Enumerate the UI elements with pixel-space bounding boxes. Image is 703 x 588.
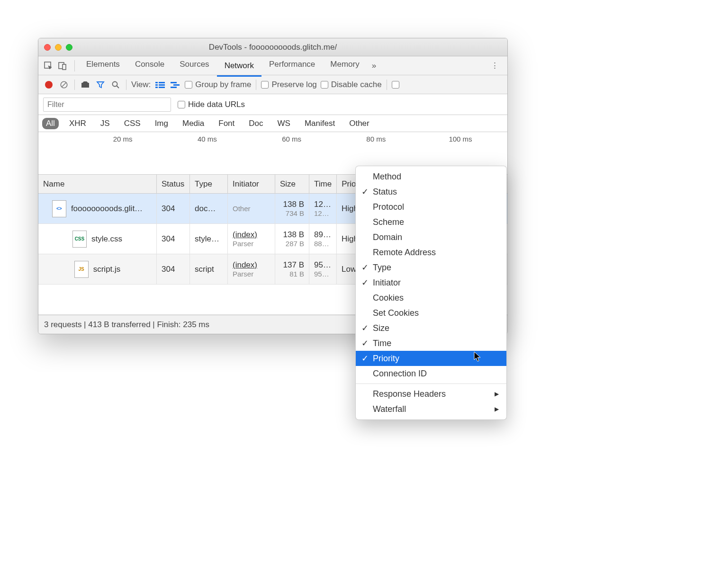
tab-performance[interactable]: Performance bbox=[261, 55, 323, 77]
column-time[interactable]: Time bbox=[309, 175, 337, 193]
filter-other[interactable]: Other bbox=[345, 118, 373, 129]
svg-rect-5 bbox=[81, 83, 89, 88]
filter-media[interactable]: Media bbox=[179, 118, 208, 129]
preserve-log-checkbox[interactable]: Preserve log bbox=[261, 80, 316, 89]
minimize-window-button[interactable] bbox=[55, 44, 62, 51]
menu-item-connection-id[interactable]: Connection ID bbox=[356, 366, 506, 372]
window-title: DevTools - fooooooooods.glitch.me/ bbox=[38, 43, 507, 52]
hide-data-urls-checkbox[interactable]: Hide data URLs bbox=[178, 100, 245, 109]
filter-input[interactable] bbox=[43, 98, 171, 112]
menu-item-initiator[interactable]: ✓Initiator bbox=[356, 275, 506, 290]
column-name[interactable]: Name bbox=[38, 175, 157, 193]
filter-xhr[interactable]: XHR bbox=[65, 118, 90, 129]
view-small-icon[interactable] bbox=[170, 79, 181, 90]
filter-img[interactable]: Img bbox=[151, 118, 172, 129]
menu-item-time[interactable]: ✓Time bbox=[356, 336, 506, 351]
menu-item-set-cookies[interactable]: Set Cookies bbox=[356, 305, 506, 321]
offline-checkbox-partial[interactable] bbox=[392, 81, 399, 89]
time-value: 95… bbox=[314, 260, 332, 270]
filter-ws[interactable]: WS bbox=[274, 118, 294, 129]
column-type[interactable]: Type bbox=[190, 175, 228, 193]
more-tabs-button[interactable]: » bbox=[367, 56, 381, 75]
size-value: 138 B bbox=[283, 200, 304, 209]
file-js-icon: JS bbox=[74, 261, 89, 278]
tab-network[interactable]: Network bbox=[217, 55, 261, 77]
tab-elements[interactable]: Elements bbox=[79, 55, 127, 77]
filter-js[interactable]: JS bbox=[97, 118, 114, 129]
check-icon: ✓ bbox=[361, 323, 369, 333]
titlebar: DevTools - fooooooooods.glitch.me/ bbox=[38, 38, 507, 56]
menu-label: Set Cookies bbox=[373, 308, 419, 318]
initiator-sub: Parser bbox=[233, 270, 270, 278]
time-sub: 95… bbox=[314, 270, 332, 278]
group-by-frame-checkbox[interactable]: Group by frame bbox=[185, 80, 251, 89]
separator bbox=[387, 80, 387, 90]
filter-manifest[interactable]: Manifest bbox=[301, 118, 339, 129]
toggle-device-icon[interactable] bbox=[56, 60, 69, 72]
svg-rect-9 bbox=[155, 82, 158, 83]
menu-label: Domain bbox=[373, 232, 402, 242]
filter-all[interactable]: All bbox=[42, 118, 59, 129]
record-button[interactable] bbox=[43, 79, 54, 90]
disable-cache-checkbox[interactable]: Disable cache bbox=[321, 80, 382, 89]
column-initiator[interactable]: Initiator bbox=[228, 175, 275, 193]
menu-item-priority[interactable]: ✓Priority bbox=[356, 351, 506, 366]
search-icon[interactable] bbox=[110, 79, 121, 90]
initiator-value: Other bbox=[233, 205, 270, 213]
size-value: 138 B bbox=[283, 230, 304, 240]
svg-rect-12 bbox=[159, 84, 165, 86]
check-icon: ✓ bbox=[361, 187, 369, 197]
filter-doc[interactable]: Doc bbox=[245, 118, 267, 129]
check-icon: ✓ bbox=[361, 353, 369, 364]
menu-item-status[interactable]: ✓Status bbox=[356, 184, 506, 199]
menu-label: Method bbox=[373, 172, 401, 182]
svg-rect-16 bbox=[173, 84, 180, 86]
time-sub: 88… bbox=[314, 240, 332, 248]
view-large-icon[interactable] bbox=[154, 79, 166, 90]
menu-item-type[interactable]: ✓Type bbox=[356, 260, 506, 275]
settings-menu-button[interactable]: ⋮ bbox=[486, 61, 504, 71]
time-value: 89… bbox=[314, 230, 332, 240]
type-value: doc… bbox=[195, 204, 223, 214]
initiator-value[interactable]: (index) bbox=[233, 230, 270, 240]
maximize-window-button[interactable] bbox=[66, 44, 72, 51]
menu-item-size[interactable]: ✓Size bbox=[356, 321, 506, 336]
network-toolbar: View: Group by frame Preserve log Disabl… bbox=[38, 75, 507, 94]
tab-memory[interactable]: Memory bbox=[323, 55, 367, 77]
close-window-button[interactable] bbox=[44, 44, 51, 51]
tab-console[interactable]: Console bbox=[127, 55, 172, 77]
menu-item-remote-address[interactable]: Remote Address bbox=[356, 245, 506, 260]
filter-font[interactable]: Font bbox=[215, 118, 238, 129]
menu-label: Type bbox=[373, 263, 391, 273]
inspect-element-icon[interactable] bbox=[42, 60, 54, 72]
filter-css[interactable]: CSS bbox=[120, 118, 144, 129]
check-icon: ✓ bbox=[361, 277, 369, 288]
menu-item-domain[interactable]: Domain bbox=[356, 230, 506, 245]
menu-item-method[interactable]: Method bbox=[356, 169, 506, 184]
svg-rect-10 bbox=[159, 82, 165, 83]
column-status[interactable]: Status bbox=[157, 175, 190, 193]
svg-rect-17 bbox=[171, 87, 177, 88]
timeline-tick: 60 ms bbox=[282, 135, 301, 143]
svg-rect-14 bbox=[159, 87, 165, 88]
filter-bar: Hide data URLs bbox=[38, 94, 507, 115]
capture-screenshots-icon[interactable] bbox=[80, 79, 91, 90]
size-sub: 734 B bbox=[286, 209, 304, 217]
filter-icon[interactable] bbox=[95, 79, 106, 90]
menu-item-cookies[interactable]: Cookies bbox=[356, 290, 506, 305]
menu-item-protocol[interactable]: Protocol bbox=[356, 199, 506, 214]
type-value: script bbox=[195, 265, 223, 274]
panel-tabs: ElementsConsoleSourcesNetworkPerformance… bbox=[38, 56, 507, 75]
check-icon: ✓ bbox=[361, 262, 369, 273]
column-size[interactable]: Size bbox=[275, 175, 309, 193]
tab-sources[interactable]: Sources bbox=[172, 55, 216, 77]
menu-label: Initiator bbox=[373, 278, 401, 288]
separator bbox=[126, 80, 126, 90]
window-controls bbox=[44, 44, 72, 51]
menu-label: Remote Address bbox=[373, 248, 436, 258]
menu-item-scheme[interactable]: Scheme bbox=[356, 214, 506, 230]
initiator-value[interactable]: (index) bbox=[233, 260, 270, 270]
clear-button[interactable] bbox=[58, 79, 70, 90]
separator bbox=[74, 60, 75, 71]
svg-rect-2 bbox=[63, 64, 66, 70]
